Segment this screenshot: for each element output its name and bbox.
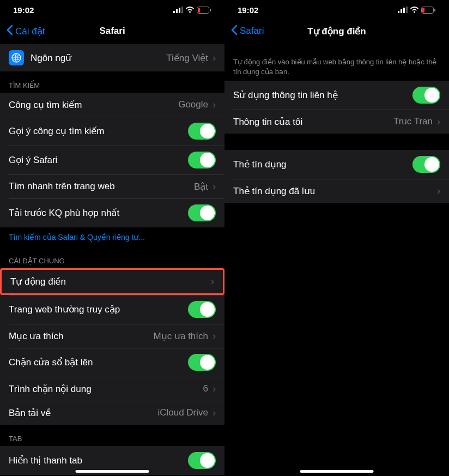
chevron-right-icon: › xyxy=(437,185,440,197)
chevron-left-icon xyxy=(231,25,238,38)
saved-cards-row[interactable]: Thẻ tín dụng đã lưu › xyxy=(225,179,449,203)
svg-rect-13 xyxy=(422,8,424,13)
svg-rect-5 xyxy=(198,8,200,13)
autofill-row[interactable]: Tự động điền › xyxy=(0,268,225,295)
back-label: Safari xyxy=(240,26,264,37)
autofill-settings-screen: 19:02 Safari Tự động điền Tự động điền v… xyxy=(225,0,449,476)
svg-rect-0 xyxy=(173,11,175,13)
preload-row[interactable]: Tải trước KQ phù hợp nhất xyxy=(0,198,225,227)
chevron-right-icon: › xyxy=(213,99,216,111)
svg-rect-14 xyxy=(434,9,435,11)
row-label: Mục ưa thích xyxy=(9,330,154,342)
row-label: Ngôn ngữ xyxy=(31,52,166,64)
wifi-icon xyxy=(410,5,419,15)
back-button[interactable]: Cài đặt xyxy=(7,25,45,38)
status-time: 19:02 xyxy=(238,5,258,15)
search-engine-row[interactable]: Công cụ tìm kiếm Google › xyxy=(0,93,225,117)
svg-rect-2 xyxy=(179,8,180,13)
toggle-switch[interactable] xyxy=(188,354,216,371)
toggle-switch[interactable] xyxy=(412,87,440,104)
svg-rect-10 xyxy=(403,8,405,13)
svg-rect-6 xyxy=(210,9,211,11)
row-label: Bản tải về xyxy=(9,407,157,419)
row-label: Chặn cửa sổ bật lên xyxy=(9,357,188,368)
use-contact-row[interactable]: Sử dụng thông tin liên hệ xyxy=(225,81,449,110)
engine-suggestions-row[interactable]: Gợi ý công cụ tìm kiếm xyxy=(0,117,225,146)
chevron-right-icon: › xyxy=(437,116,440,128)
section-header-general: CÀI ĐẶT CHUNG xyxy=(0,247,225,268)
frequent-sites-row[interactable]: Trang web thường truy cập xyxy=(0,295,225,324)
cellular-icon xyxy=(398,5,408,15)
status-bar: 19:02 xyxy=(0,0,225,20)
search-privacy-link[interactable]: Tìm kiếm của Safari & Quyền riêng tư... xyxy=(0,227,225,247)
wifi-icon xyxy=(185,5,195,15)
row-label: Công cụ tìm kiếm xyxy=(9,99,178,111)
toggle-switch[interactable] xyxy=(188,301,216,318)
downloads-row[interactable]: Bản tải về iCloud Drive › xyxy=(0,401,225,425)
home-indicator[interactable] xyxy=(76,470,149,473)
favorites-row[interactable]: Mục ưa thích Mục ưa thích › xyxy=(0,324,225,348)
autofill-description: Tự động điền vào biểu mẫu web bằng thông… xyxy=(225,44,449,81)
svg-rect-8 xyxy=(398,11,399,13)
nav-bar: Cài đặt Safari xyxy=(0,20,225,44)
safari-suggestions-row[interactable]: Gợi ý Safari xyxy=(0,146,225,174)
popup-block-row[interactable]: Chặn cửa sổ bật lên xyxy=(0,348,225,377)
battery-low-icon xyxy=(197,7,211,14)
row-value: Mục ưa thích xyxy=(154,330,208,342)
chevron-right-icon: › xyxy=(213,181,216,192)
chevron-right-icon: › xyxy=(213,407,216,419)
toggle-switch[interactable] xyxy=(412,156,440,173)
chevron-right-icon: › xyxy=(213,330,216,342)
status-bar: 19:02 xyxy=(225,0,449,20)
row-value: Truc Tran xyxy=(393,116,433,127)
row-label: Tìm nhanh trên trang web xyxy=(9,181,194,192)
globe-icon xyxy=(9,50,24,65)
page-title: Tự động điền xyxy=(307,26,366,37)
back-label: Cài đặt xyxy=(15,26,45,37)
row-label: Sử dụng thông tin liên hệ xyxy=(233,89,412,101)
row-value: Tiếng Việt xyxy=(166,52,208,64)
row-value: 6 xyxy=(203,383,208,394)
status-icons xyxy=(398,5,436,15)
row-label: Thẻ tín dụng xyxy=(233,159,412,170)
row-value: Google xyxy=(178,99,208,110)
toggle-switch[interactable] xyxy=(188,152,216,168)
chevron-right-icon: › xyxy=(213,383,216,395)
toggle-switch[interactable] xyxy=(188,452,216,469)
svg-rect-3 xyxy=(181,7,183,13)
chevron-left-icon xyxy=(7,25,13,38)
row-label: Gợi ý công cụ tìm kiếm xyxy=(9,125,188,137)
row-label: Thông tin của tôi xyxy=(233,116,393,128)
home-indicator[interactable] xyxy=(300,470,374,473)
language-row[interactable]: Ngôn ngữ Tiếng Việt › xyxy=(0,44,225,71)
svg-rect-9 xyxy=(401,9,402,13)
back-button[interactable]: Safari xyxy=(231,25,264,38)
toggle-switch[interactable] xyxy=(188,123,216,140)
row-label: Trình chặn nội dung xyxy=(9,383,203,395)
row-value: iCloud Drive xyxy=(157,407,208,418)
battery-low-icon xyxy=(421,7,436,14)
row-label: Trang web thường truy cập xyxy=(9,304,188,315)
cellular-icon xyxy=(173,5,183,15)
credit-cards-row[interactable]: Thẻ tín dụng xyxy=(225,150,449,179)
section-header-search: TÌM KIẾM xyxy=(0,71,225,93)
section-header-tab: TAB xyxy=(0,425,225,446)
my-info-row[interactable]: Thông tin của tôi Truc Tran › xyxy=(225,110,449,134)
chevron-right-icon: › xyxy=(213,52,216,64)
row-label: Thẻ tín dụng đã lưu xyxy=(233,185,437,197)
quick-find-row[interactable]: Tìm nhanh trên trang web Bật › xyxy=(0,174,225,198)
row-label: Tự động điền xyxy=(10,276,211,287)
status-time: 19:02 xyxy=(13,5,34,15)
toggle-switch[interactable] xyxy=(188,204,216,221)
svg-rect-11 xyxy=(406,7,408,13)
row-label: Tải trước KQ phù hợp nhất xyxy=(9,207,188,219)
page-title: Safari xyxy=(99,26,125,37)
row-value: Bật xyxy=(194,181,208,192)
row-label: Hiển thị thanh tab xyxy=(9,455,188,466)
chevron-right-icon: › xyxy=(211,276,214,287)
content-blockers-row[interactable]: Trình chặn nội dung 6 › xyxy=(0,377,225,401)
svg-rect-1 xyxy=(176,9,178,13)
safari-settings-screen: 19:02 Cài đặt Safari Ngôn ngữ Tiếng Việt… xyxy=(0,0,225,476)
status-icons xyxy=(173,5,211,15)
row-label: Gợi ý Safari xyxy=(9,154,188,166)
